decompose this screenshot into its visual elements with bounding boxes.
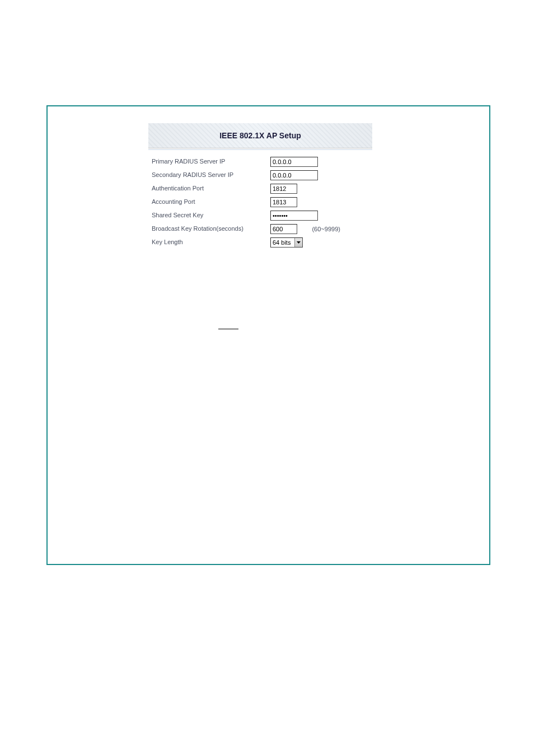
panel-header: IEEE 802.1X AP Setup (148, 123, 372, 148)
hint-broadcast-rotation: (60~9999) (312, 226, 340, 232)
document-frame: IEEE 802.1X AP Setup Primary RADIUS Serv… (46, 105, 490, 565)
label-shared-secret: Shared Secret Key (148, 208, 270, 222)
panel-title: IEEE 802.1X AP Setup (219, 131, 301, 140)
label-key-length: Key Length (148, 235, 270, 249)
label-acct-port: Accounting Port (148, 195, 270, 208)
label-primary-radius: Primary RADIUS Server IP (148, 155, 270, 168)
input-broadcast-rotation[interactable] (270, 224, 297, 234)
input-shared-secret[interactable] (270, 211, 318, 221)
label-secondary-radius: Secondary RADIUS Server IP (148, 168, 270, 181)
input-auth-port[interactable] (270, 184, 297, 194)
setup-panel: IEEE 802.1X AP Setup Primary RADIUS Serv… (148, 123, 372, 249)
select-key-length-value: 64 bits (271, 238, 294, 247)
row-broadcast-rotation: Broadcast Key Rotation(seconds) (60~9999… (148, 222, 372, 235)
input-primary-radius[interactable] (270, 157, 318, 167)
row-auth-port: Authentication Port (148, 181, 372, 195)
label-broadcast-rotation: Broadcast Key Rotation(seconds) (148, 222, 270, 235)
input-secondary-radius[interactable] (270, 170, 318, 180)
select-key-length[interactable]: 64 bits (270, 237, 303, 248)
row-key-length: Key Length 64 bits (148, 235, 372, 249)
label-auth-port: Authentication Port (148, 181, 270, 195)
row-acct-port: Accounting Port (148, 195, 372, 208)
row-secondary-radius: Secondary RADIUS Server IP (148, 168, 372, 181)
svg-marker-0 (297, 241, 301, 244)
divider (148, 149, 372, 150)
row-primary-radius: Primary RADIUS Server IP (148, 155, 372, 168)
chevron-down-icon (294, 238, 302, 247)
form-table: Primary RADIUS Server IP Secondary RADIU… (148, 155, 372, 249)
input-acct-port[interactable] (270, 197, 297, 207)
row-shared-secret: Shared Secret Key (148, 208, 372, 222)
underline-mark (218, 329, 238, 329)
